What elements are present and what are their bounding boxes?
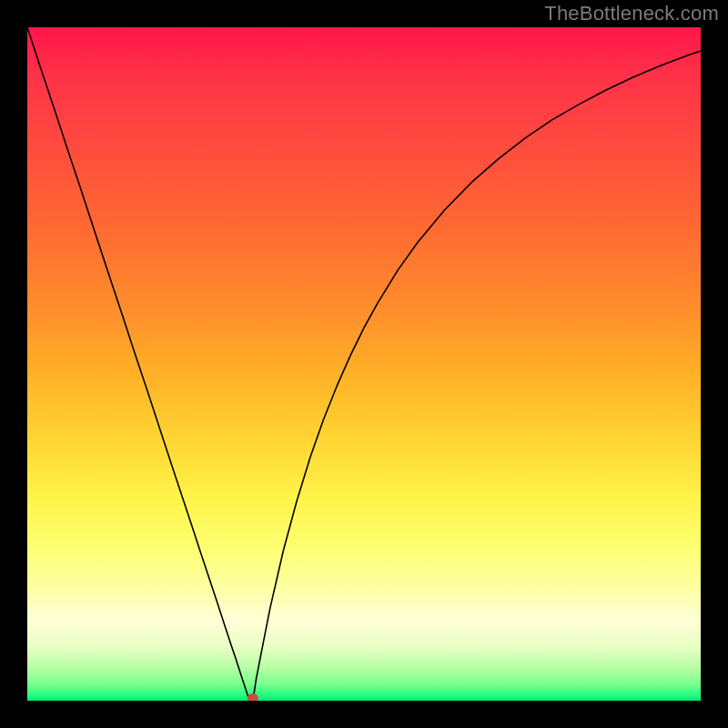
plot-svg: [27, 27, 701, 701]
chart-frame: TheBottleneck.com: [0, 0, 728, 728]
bottleneck-curve: [27, 27, 701, 701]
watermark-text: TheBottleneck.com: [544, 2, 719, 25]
optimum-marker: [248, 693, 258, 701]
plot-area: [27, 27, 701, 701]
